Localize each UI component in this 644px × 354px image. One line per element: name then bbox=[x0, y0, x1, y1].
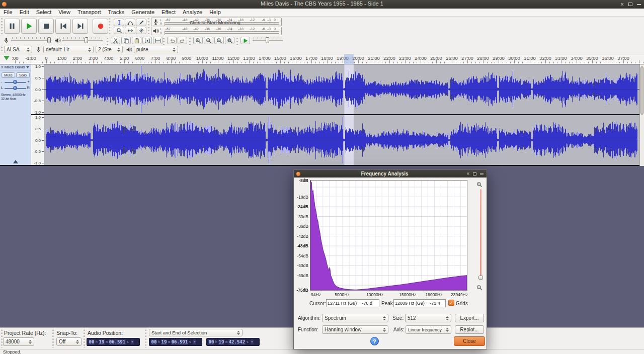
time-shift-button[interactable] bbox=[125, 27, 135, 34]
multi-button[interactable] bbox=[136, 27, 146, 34]
play-at-speed-button[interactable] bbox=[240, 37, 250, 44]
zoom-out-icon[interactable] bbox=[476, 284, 482, 293]
function-select[interactable]: Hanning window bbox=[322, 325, 388, 334]
replot-button[interactable]: Replot... bbox=[455, 325, 484, 334]
recording-meter[interactable]: L R -57-48-42-36-30-24-18-12-6-30 Click … bbox=[151, 18, 282, 26]
toolbar-gripper[interactable] bbox=[84, 329, 85, 348]
play-speed-slider[interactable] bbox=[253, 37, 283, 44]
peak-readout-input[interactable] bbox=[393, 299, 446, 307]
menu-tracks[interactable]: Tracks bbox=[105, 9, 128, 16]
record-button[interactable] bbox=[93, 19, 108, 34]
menu-edit[interactable]: Edit bbox=[16, 9, 33, 16]
spectrum-plot[interactable] bbox=[310, 180, 467, 291]
pause-button[interactable] bbox=[4, 19, 20, 34]
zoom-in-button[interactable] bbox=[193, 37, 203, 44]
toolbar-gripper[interactable] bbox=[163, 37, 165, 45]
playback-meter[interactable]: L R -57-48-42-36-30-24-18-12-6-30 bbox=[151, 27, 282, 35]
copy-button[interactable] bbox=[121, 37, 131, 44]
menu-effect[interactable]: Effect bbox=[158, 9, 179, 16]
draw-button[interactable] bbox=[136, 19, 146, 26]
zoom-in-icon[interactable] bbox=[476, 181, 482, 190]
cursor-readout-input[interactable] bbox=[326, 299, 379, 307]
close-icon[interactable]: × bbox=[620, 2, 624, 8]
project-rate-select[interactable]: 48000 bbox=[3, 337, 34, 346]
close-track-icon[interactable]: X bbox=[1, 65, 4, 69]
silence-audio-button[interactable] bbox=[153, 37, 163, 44]
stop-button[interactable] bbox=[38, 19, 54, 34]
skip-to-end-button[interactable] bbox=[72, 19, 88, 34]
audio-position-field[interactable]: 00h19m06.591s▾ bbox=[87, 338, 140, 346]
algorithm-select[interactable]: Spectrum bbox=[322, 314, 388, 322]
time-field-chevron-icon[interactable]: ▾ bbox=[193, 339, 196, 344]
time-field-chevron-icon[interactable]: ▾ bbox=[251, 339, 254, 344]
snap-to-select[interactable]: Off bbox=[56, 337, 82, 346]
recording-volume-slider[interactable] bbox=[11, 37, 51, 44]
pan-slider[interactable]: L R bbox=[0, 86, 31, 91]
trim-audio-button[interactable] bbox=[142, 37, 152, 44]
minimize-icon[interactable] bbox=[637, 4, 641, 5]
play-button[interactable] bbox=[21, 19, 37, 34]
time-field-chevron-icon[interactable]: ▾ bbox=[131, 339, 134, 344]
selection-end-field[interactable]: 00h19m42.542s▾ bbox=[206, 338, 260, 346]
selection-mode-select[interactable]: Start and End of Selection bbox=[149, 329, 243, 336]
toolbar-gripper[interactable] bbox=[52, 329, 54, 348]
title-bar[interactable]: Miles Davis - The CBS Years 1955 - 1985 … bbox=[0, 0, 644, 9]
menu-select[interactable]: Select bbox=[33, 9, 55, 16]
size-select[interactable]: 512 bbox=[405, 314, 451, 322]
playback-volume-slider[interactable] bbox=[62, 37, 103, 44]
meter-monitor-label[interactable]: Click to Start Monitoring bbox=[190, 20, 240, 25]
playback-device-select[interactable]: pulse bbox=[134, 46, 178, 53]
axis-select[interactable]: Linear frequency bbox=[406, 325, 451, 334]
toolbar-gripper[interactable] bbox=[145, 329, 146, 348]
toolbar-gripper[interactable] bbox=[148, 18, 149, 34]
track-header[interactable]: X Miles Davis bbox=[0, 64, 31, 70]
toolbar-gripper[interactable] bbox=[189, 37, 191, 45]
dialog-minimize-icon[interactable] bbox=[480, 173, 484, 174]
recording-channels-select[interactable]: 2 (Ste bbox=[96, 46, 123, 53]
menu-file[interactable]: File bbox=[0, 9, 16, 16]
dialog-title-bar[interactable]: Frequency Analysis × bbox=[294, 170, 487, 178]
grids-checkbox[interactable]: ✓ bbox=[448, 300, 454, 306]
selection-button[interactable] bbox=[114, 19, 124, 26]
audio-host-select[interactable]: ALSA bbox=[4, 46, 32, 53]
zoom-out-button[interactable] bbox=[204, 37, 213, 44]
vertical-scrollbar-thumb[interactable] bbox=[640, 66, 643, 115]
menu-generate[interactable]: Generate bbox=[128, 9, 158, 16]
dialog-close-icon[interactable]: × bbox=[466, 171, 469, 176]
export-button[interactable]: Export... bbox=[455, 314, 484, 322]
mute-button[interactable]: Mute bbox=[2, 72, 15, 78]
vertical-scale-ruler[interactable]: 1.00.50.0-0.5-1.0 1.00.50.0-0.5-1.0 bbox=[31, 64, 44, 166]
vertical-scrollbar[interactable] bbox=[639, 64, 644, 166]
zoom-button[interactable] bbox=[114, 27, 124, 34]
track-menu-chevron-icon[interactable] bbox=[26, 66, 29, 68]
redo-button[interactable] bbox=[178, 37, 187, 44]
toolbar-gripper[interactable] bbox=[1, 18, 3, 34]
help-button[interactable]: ? bbox=[370, 337, 379, 345]
maximize-icon[interactable] bbox=[628, 3, 632, 6]
dialog-maximize-icon[interactable] bbox=[473, 172, 476, 175]
menu-analyze[interactable]: Analyze bbox=[179, 9, 206, 16]
envelope-button[interactable] bbox=[125, 19, 135, 26]
toolbar-gripper[interactable] bbox=[109, 18, 110, 34]
undo-button[interactable] bbox=[167, 37, 177, 44]
toolbar-gripper[interactable] bbox=[107, 37, 108, 45]
waveform-channel-left[interactable] bbox=[44, 64, 639, 114]
collapse-track-icon[interactable] bbox=[13, 160, 18, 163]
paste-button[interactable] bbox=[132, 37, 141, 44]
cut-button[interactable] bbox=[111, 37, 120, 44]
fit-selection-button[interactable] bbox=[214, 37, 224, 44]
solo-button[interactable]: Solo bbox=[16, 72, 30, 78]
plot-zoom-slider[interactable] bbox=[480, 189, 481, 279]
gain-slider[interactable]: - + bbox=[0, 80, 31, 85]
toolbar-gripper[interactable] bbox=[236, 37, 238, 45]
menu-view[interactable]: View bbox=[55, 9, 74, 16]
fit-project-button[interactable] bbox=[225, 37, 234, 44]
waveform-channel-right[interactable] bbox=[44, 115, 639, 165]
plot-zoom-slider-handle[interactable] bbox=[478, 276, 483, 280]
toolbar-gripper[interactable] bbox=[1, 46, 3, 53]
menu-transport[interactable]: Transport bbox=[74, 9, 105, 16]
menu-help[interactable]: Help bbox=[206, 9, 224, 16]
toolbar-gripper[interactable] bbox=[1, 329, 3, 348]
timeline-pin-icon[interactable] bbox=[4, 56, 10, 60]
selection-start-field[interactable]: 00h19m06.591s▾ bbox=[149, 338, 202, 346]
